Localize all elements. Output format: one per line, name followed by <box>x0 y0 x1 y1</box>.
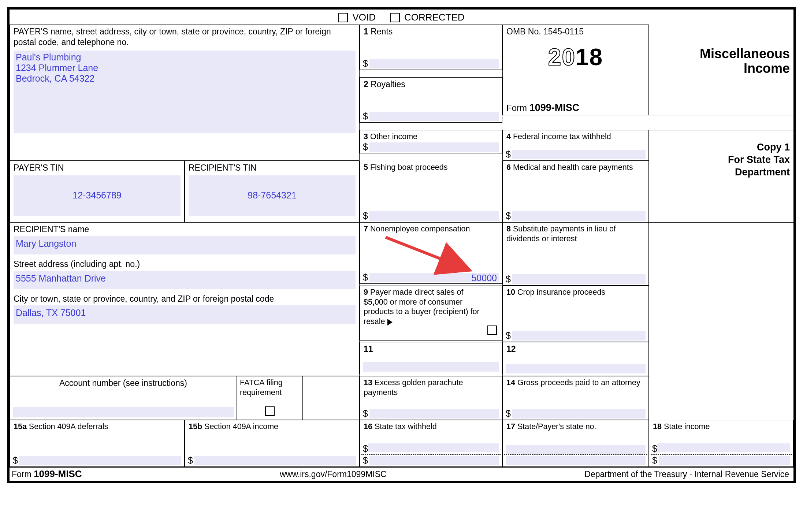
box-15a-value[interactable] <box>19 456 181 465</box>
corrected-check-group: CORRECTED <box>390 12 465 23</box>
footer-dept: Department of the Treasury - Internal Re… <box>584 469 789 479</box>
form-title-cell: Miscellaneous Income <box>649 25 793 115</box>
box-14-attorney: 14 Gross proceeds paid to an attorney $ <box>502 376 649 420</box>
box-17-state-no: 17 State/Payer's state no. <box>502 420 649 467</box>
footer-url: www.irs.gov/Form1099MISC <box>280 469 386 479</box>
corrected-checkbox[interactable] <box>390 13 400 22</box>
box-13-parachute: 13 Excess golden parachute payments $ <box>360 376 502 420</box>
recipient-tin-value: 98-7654321 <box>248 190 296 201</box>
payer-line1: Paul's Plumbing <box>16 52 353 63</box>
box-7-value[interactable]: 50000 <box>369 273 499 282</box>
triangle-icon <box>387 319 393 325</box>
account-number-value[interactable] <box>13 407 234 417</box>
box-4-fed-tax-withheld: 4 Federal income tax withheld $ <box>502 130 649 161</box>
void-check-group: VOID <box>338 12 376 23</box>
box-18-value-1[interactable] <box>657 443 790 452</box>
account-fatca-row: Account number (see instructions) FATCA … <box>10 376 360 420</box>
void-checkbox[interactable] <box>338 13 348 22</box>
corrected-label: CORRECTED <box>404 12 465 23</box>
box-4-value[interactable] <box>512 150 646 159</box>
box-13-value[interactable] <box>369 409 499 418</box>
void-label: VOID <box>352 12 376 23</box>
box-17-value-1[interactable] <box>506 445 646 454</box>
recipient-street-label: Street address (including apt. no.) <box>14 259 356 269</box>
payer-tin-value: 12-3456789 <box>73 190 121 201</box>
form-1099-misc: VOID CORRECTED PAYER'S name, street addr… <box>7 7 796 483</box>
blank-cell <box>303 376 359 420</box>
box-6-medical: 6 Medical and health care payments $ <box>502 161 649 222</box>
box-12: 12 <box>502 342 649 376</box>
box-2-value[interactable] <box>369 112 499 121</box>
highlight-arrow-icon <box>382 234 484 278</box>
box-6-value[interactable] <box>512 211 646 221</box>
box-15b: 15b Section 409A income $ <box>185 420 360 467</box>
box-1-rents: 1 Rents $ <box>360 25 502 70</box>
box-8-substitute: 8 Substitute payments in lieu of dividen… <box>502 222 649 286</box>
box-9-checkbox[interactable] <box>487 325 497 335</box>
top-check-row: VOID CORRECTED <box>10 10 793 25</box>
box-18-value-2[interactable] <box>659 456 790 465</box>
payer-line2: 1234 Plummer Lane <box>16 63 353 73</box>
box-5-value[interactable] <box>369 211 499 221</box>
svg-line-0 <box>386 237 470 270</box>
box-15b-value[interactable] <box>194 456 356 465</box>
account-number-label: Account number (see instructions) <box>14 378 233 388</box>
recipient-name-label: RECIPIENT'S name <box>14 224 356 235</box>
form-footer: Form 1099-MISC www.irs.gov/Form1099MISC … <box>10 467 793 481</box>
box-17-value-2[interactable] <box>506 456 646 465</box>
form-grid: PAYER'S name, street address, city or to… <box>10 25 793 467</box>
copy-line1: Copy 1 <box>728 141 790 154</box>
recipient-tin-cell: RECIPIENT'S TIN 98-7654321 <box>185 161 360 222</box>
box-10-crop: 10 Crop insurance proceeds $ <box>502 286 649 342</box>
box-1-value[interactable] <box>369 59 499 68</box>
box-18-state-income: 18 State income $ $ <box>649 420 793 467</box>
box-8-value[interactable] <box>512 274 646 284</box>
copy-line2: For State Tax <box>728 154 790 166</box>
box-10-value[interactable] <box>512 331 646 341</box>
payer-tin-cell: PAYER'S TIN 12-3456789 <box>10 161 185 222</box>
box-3-value[interactable] <box>369 142 499 152</box>
fatca-label: FATCA filing requirement <box>240 378 300 398</box>
payer-cell: PAYER'S name, street address, city or to… <box>10 25 360 161</box>
box-9-direct-sales: 9 Payer made direct sales of $5,000 or m… <box>360 286 502 341</box>
fatca-checkbox[interactable] <box>265 406 275 416</box>
title-line1: Miscellaneous <box>700 46 790 61</box>
omb-year-cell: OMB No. 1545-0115 2018 Form 1099-MISC <box>502 25 649 115</box>
tax-year: 2018 <box>506 44 645 71</box>
recipient-city-label: City or town, state or province, country… <box>14 294 356 304</box>
box-14-value[interactable] <box>512 409 646 418</box>
box-5-fishing: 5 Fishing boat proceeds $ <box>360 161 502 222</box>
box-16-value-1[interactable] <box>368 443 499 452</box>
box-2-royalties: 2 Royalties $ <box>360 77 502 123</box>
box-16-state-tax: 16 State tax withheld $ $ <box>360 420 502 467</box>
title-line2: Income <box>700 61 790 76</box>
recipient-name-value: Mary Langston <box>16 238 76 249</box>
omb-number: OMB No. 1545-0115 <box>506 26 645 37</box>
box-16-value-2[interactable] <box>369 456 499 465</box>
box-7-nonemployee-comp: 7 Nonemployee compensation $50000 <box>360 222 502 284</box>
recipient-street-value: 5555 Manhattan Drive <box>16 273 106 283</box>
box-3-other-income: 3 Other income $ <box>360 130 502 153</box>
recipient-city-value: Dallas, TX 75001 <box>16 308 86 318</box>
payer-label: PAYER'S name, street address, city or to… <box>14 26 356 48</box>
payer-line3: Bedrock, CA 54322 <box>16 73 353 84</box>
copy-line3: Department <box>728 166 790 179</box>
box-15a: 15a Section 409A deferrals $ <box>10 420 185 467</box>
payer-tin-label: PAYER'S TIN <box>14 163 181 173</box>
recipient-block: RECIPIENT'S name Mary Langston Street ad… <box>10 222 360 376</box>
recipient-tin-label: RECIPIENT'S TIN <box>189 163 356 173</box>
footer-form-name: 1099-MISC <box>34 468 82 479</box>
box-11: 11 <box>360 342 502 374</box>
